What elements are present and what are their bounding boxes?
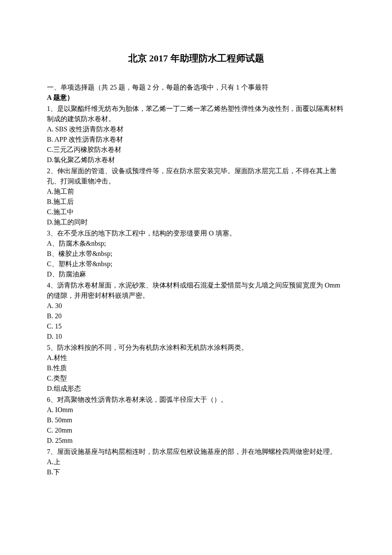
option-b: B.施工后 bbox=[47, 197, 345, 207]
question-text: 6、对高聚物改性沥青防水卷材来说，圆弧半径应大于（）。 bbox=[47, 395, 345, 405]
section-header-line-2: A 题意） bbox=[47, 93, 345, 103]
question-7: 7、屋面设施基座与结构层相连时，防水层应包袱设施基座的部，并在地脚螺栓四周做密封… bbox=[47, 447, 345, 477]
option-b: B.性质 bbox=[47, 363, 345, 373]
question-text: 4、沥青防水卷材屋面，水泥砂浆、块体材料或细石混凝土爱惜层与女儿墙之间应预留宽度… bbox=[47, 280, 345, 301]
option-a: A. SBS 改性沥青防水卷材 bbox=[47, 124, 345, 134]
option-d: D、防腐油麻 bbox=[47, 269, 345, 279]
question-3: 3、在不受水压的地下防水工程中，结构的变形缝要用 O 填塞。 A、防腐木条&nb… bbox=[47, 228, 345, 279]
option-b: B. APP 改性沥青防水卷材 bbox=[47, 134, 345, 145]
question-2: 2、伸出屋面的管道、设备或预埋件等，应在防水层安装完毕。屋面防水层完工后，不得在… bbox=[47, 166, 345, 227]
question-text: 7、屋面设施基座与结构层相连时，防水层应包袱设施基座的部，并在地脚螺栓四周做密封… bbox=[47, 447, 345, 457]
option-c: C. 15 bbox=[47, 321, 345, 331]
document-page: 北京 2017 年助理防水工程师试题 一、单项选择题（共 25 题，每题 2 分… bbox=[0, 0, 392, 555]
option-b: B.下 bbox=[47, 467, 345, 477]
question-5: 5、防水涂料按的不同，可分为有机防水涂料和无机防水涂料两类。 A.材性 B.性质… bbox=[47, 343, 345, 394]
option-c: C.三元乙丙橡胶防水卷材 bbox=[47, 145, 345, 155]
question-1: 1、是以聚酯纤维无纺布为胎体，苯乙烯一丁二烯一苯乙烯热塑性弹性体为改性剂，面覆以… bbox=[47, 104, 345, 165]
option-a: A.施工前 bbox=[47, 186, 345, 197]
option-d: D. 10 bbox=[47, 331, 345, 342]
question-4: 4、沥青防水卷材屋面，水泥砂浆、块体材料或细石混凝土爱惜层与女儿墙之间应预留宽度… bbox=[47, 280, 345, 342]
question-text: 3、在不受水压的地下防水工程中，结构的变形缝要用 O 填塞。 bbox=[47, 228, 345, 238]
section-header: 一、单项选择题（共 25 题，每题 2 分，每题的备选项中，只有 1 个事最符 … bbox=[47, 82, 345, 103]
question-text: 5、防水涂料按的不同，可分为有机防水涂料和无机防水涂料两类。 bbox=[47, 343, 345, 353]
option-b: B. 50mm bbox=[47, 415, 345, 425]
option-b: B、橡胶止水带&nbsp; bbox=[47, 249, 345, 259]
option-d: D.组成形态 bbox=[47, 384, 345, 394]
option-a: A. 30 bbox=[47, 301, 345, 311]
option-d: D.氯化聚乙烯防水卷材 bbox=[47, 155, 345, 165]
option-a: A.上 bbox=[47, 457, 345, 467]
option-c: C.施工中 bbox=[47, 207, 345, 217]
option-b: B. 20 bbox=[47, 311, 345, 321]
option-c: C. 20mm bbox=[47, 425, 345, 436]
option-a: A. IOmm bbox=[47, 405, 345, 415]
option-d: D. 25mm bbox=[47, 436, 345, 446]
question-text: 2、伸出屋面的管道、设备或预埋件等，应在防水层安装完毕。屋面防水层完工后，不得在… bbox=[47, 166, 345, 186]
section-header-line-1: 一、单项选择题（共 25 题，每题 2 分，每题的备选项中，只有 1 个事最符 bbox=[47, 82, 345, 93]
option-c: C、塑料止水带&nbsp; bbox=[47, 259, 345, 269]
option-c: C.类型 bbox=[47, 373, 345, 384]
question-text: 1、是以聚酯纤维无纺布为胎体，苯乙烯一丁二烯一苯乙烯热塑性弹性体为改性剂，面覆以… bbox=[47, 104, 345, 124]
option-a: A.材性 bbox=[47, 353, 345, 363]
question-6: 6、对高聚物改性沥青防水卷材来说，圆弧半径应大于（）。 A. IOmm B. 5… bbox=[47, 395, 345, 446]
option-a: A、防腐木条&nbsp; bbox=[47, 238, 345, 249]
option-d: D.施工的同时 bbox=[47, 217, 345, 227]
document-title: 北京 2017 年助理防水工程师试题 bbox=[47, 51, 345, 65]
